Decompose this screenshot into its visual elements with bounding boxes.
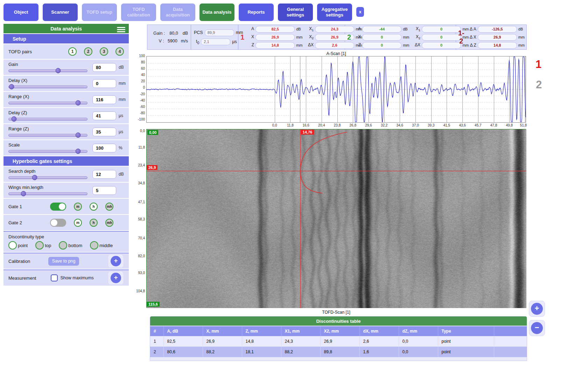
add-calibration-button[interactable]: + [111, 256, 121, 266]
delay-x-row: Delay (X) mm [4, 76, 129, 91]
search-depth-label: Search depth [8, 169, 88, 174]
range-z-label: Range (Z) [8, 126, 88, 131]
discontinuity-type-label: Discontinuity type [8, 234, 44, 239]
delay-z-label: Delay (Z) [8, 110, 88, 115]
gate-2-h-button[interactable]: h [90, 219, 98, 227]
search-depth-slider[interactable] [8, 175, 88, 180]
search-depth-row: Search depth dB [4, 166, 129, 182]
range-x-row: Range (X) mm [4, 92, 129, 107]
gate-2-m-button[interactable]: m [74, 219, 82, 227]
tab-reports[interactable]: Reports [239, 4, 274, 21]
range-z-input[interactable] [92, 128, 116, 136]
range-x-input[interactable] [92, 95, 116, 104]
tofd-origin-label: 0,00 [147, 130, 158, 135]
measurement-panel-1-2: 1-2 Δ A-126,5dB Δ X26,9mm Δ Z14,8mm [456, 25, 527, 49]
ascan-title: A-Scan [1] [146, 51, 526, 56]
wings-min-length-input[interactable] [92, 186, 116, 195]
tab-scanner[interactable]: Scanner [43, 4, 78, 21]
range-x-slider[interactable] [8, 100, 88, 105]
p2-x2-value: 0 [422, 34, 461, 41]
search-depth-input[interactable] [92, 170, 116, 179]
menu-icon[interactable] [117, 26, 125, 33]
tab-data-analysis[interactable]: Data analysis [200, 4, 234, 21]
scale-row: Scale % [4, 140, 129, 156]
save-to-png-button[interactable]: Save to png [48, 257, 79, 266]
tofd-pair-4-button[interactable]: 4 [115, 47, 124, 56]
range-x-label: Range (X) [8, 94, 88, 99]
range-z-row: Range (Z) µs [4, 124, 129, 139]
p12-dz-value: 14,8 [478, 42, 517, 49]
table-title: Discontinuities table [150, 316, 527, 326]
gates-section-header: Hyperbolic gates settings [4, 156, 129, 166]
tab-data-acquisition[interactable]: Data acquisition [160, 4, 195, 21]
pair-1-marker[interactable]: 1 [536, 58, 541, 71]
delay-z-input[interactable] [92, 111, 116, 120]
p12-da-value: -126,5 [478, 26, 517, 33]
tab-general-settings[interactable]: General settings [278, 4, 313, 21]
measurement-panel-1: 1 A82,5dB X26,9mm Z14,8mm X124,3mm X226,… [238, 25, 345, 49]
gate-1-h-button[interactable]: h [90, 203, 98, 211]
gate-1-toggle[interactable] [50, 203, 66, 211]
close-button[interactable]: x [356, 7, 364, 17]
gate-1-row: Gate 1 m h mh [4, 199, 129, 214]
gain-label: Gain [8, 62, 88, 67]
t0-input[interactable] [201, 39, 230, 45]
tofd-bottom-label: 115,6 [147, 302, 160, 307]
pcs-label: PCS [194, 30, 203, 35]
p2-a-value: -44 [362, 26, 401, 33]
calibration-row: Calibration Save to png + [4, 253, 129, 269]
tab-object[interactable]: Object [4, 4, 38, 21]
gate-2-toggle[interactable] [50, 219, 66, 227]
p1-a-value: 82,5 [255, 26, 295, 33]
show-maximums-checkbox[interactable] [51, 274, 58, 281]
measurement-row: Measurement Show maximums + [4, 270, 129, 286]
range-z-slider[interactable] [8, 132, 88, 138]
pcs-input[interactable] [205, 29, 234, 36]
disc-point-radio[interactable] [8, 241, 17, 250]
tofd-pairs-row: TOFD pairs 1 2 3 4 [4, 44, 129, 59]
table-row[interactable]: 280,6 88,218,1 88,289,8 1,60,0 point [150, 347, 527, 357]
disc-middle-label: middle [99, 243, 113, 248]
gate-1-m-button[interactable]: m [74, 203, 82, 211]
p2-z-value: 0 [362, 42, 401, 49]
wings-min-length-slider[interactable] [8, 191, 88, 196]
add-measurement-button[interactable]: + [111, 273, 121, 283]
scale-slider[interactable] [8, 149, 88, 154]
gain-slider[interactable] [8, 68, 88, 73]
p2-x1-value: 0 [422, 26, 461, 33]
table-row[interactable]: 182,5 26,914,8 24,326,9 2,60,0 point [150, 336, 527, 347]
gate-2-mh-button[interactable]: mh [105, 219, 113, 227]
add-discontinuity-button[interactable]: + [531, 303, 543, 315]
pair-2-marker[interactable]: 2 [536, 79, 542, 91]
delay-x-input[interactable] [92, 79, 116, 88]
tofd-pair-2-button[interactable]: 2 [84, 47, 92, 56]
disc-middle-radio[interactable] [90, 241, 98, 250]
remove-discontinuity-button[interactable]: − [531, 322, 543, 334]
tofd-cursor-x-label: 26,9 [147, 165, 158, 170]
disc-bottom-radio[interactable] [59, 241, 67, 250]
delay-z-slider[interactable] [8, 116, 88, 122]
measurement-label: Measurement [8, 275, 36, 281]
tab-tofd-calibration[interactable]: TOFD calibration [121, 4, 156, 21]
tab-aggregative-settings[interactable]: Aggregative settings [317, 4, 352, 21]
gain-input[interactable] [92, 63, 116, 72]
tofd-scan-image[interactable]: 0,00 115,6 14,76 26,9 [146, 129, 526, 308]
data-analysis-panel: Data analysis Setup TOFD pairs 1 2 3 4 G… [4, 24, 129, 286]
tofd-pair-1-button[interactable]: 1 [68, 47, 77, 56]
measurement-bar: Gain : 80,0 dB V : 5900 m/s PCS mm t0 µs [147, 25, 527, 50]
tofd-pair-3-button[interactable]: 3 [100, 47, 108, 56]
add-discontinuity-container: + [529, 301, 545, 317]
tab-tofd-setup[interactable]: TOFD setup [82, 4, 117, 21]
panel-1-id: 1 [240, 33, 244, 41]
wings-min-length-label: Wings min.length [8, 185, 88, 190]
delay-x-slider[interactable] [8, 84, 88, 89]
gate-1-mh-button[interactable]: mh [105, 203, 113, 211]
disc-top-radio[interactable] [35, 241, 44, 250]
gate-2-row: Gate 2 m h mh [4, 215, 129, 230]
panel-title: Data analysis [50, 26, 82, 32]
scale-input[interactable] [92, 144, 116, 152]
table-header-row: #A, dB X, mmZ, mm X1, mmX2, mm dX, mmdZ,… [150, 326, 527, 336]
p2-dx-value: 0 [422, 42, 461, 49]
ascan-y-axis: 10080 6040 200 -20-40 -60-80 -100 [135, 54, 145, 121]
ascan-plot[interactable] [146, 56, 526, 123]
